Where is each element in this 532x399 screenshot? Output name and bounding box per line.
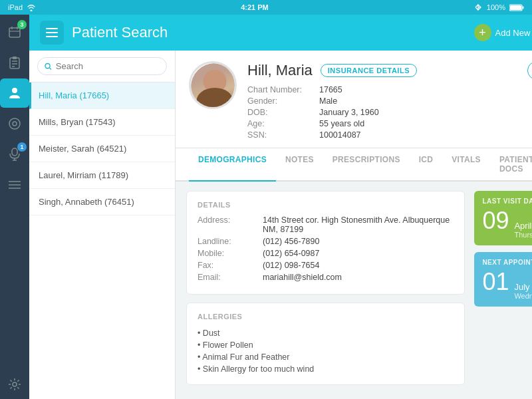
insurance-details-button[interactable]: INSURANCE DETAILS: [321, 64, 417, 77]
avatar-image: [191, 63, 237, 109]
patient-name: Hill, Maria: [247, 62, 313, 79]
next-appointment-card: NEXT APPOINTMENT DATE 01 July 2015 Wedne…: [474, 252, 532, 307]
svg-rect-11: [13, 57, 17, 59]
patient-info-main: Hill, Maria INSURANCE DETAILS ✎ ✕ ≡ Char…: [247, 61, 532, 140]
next-appt-content: 01 July 2015 Wednesday: [482, 270, 532, 300]
last-visit-content: 09 April 2015 Thursday: [482, 209, 532, 239]
tab-patient-docs[interactable]: PATIENT DOCS: [490, 148, 532, 182]
battery-icon: [509, 4, 524, 11]
next-appt-info: July 2015 Wednesday: [514, 282, 532, 300]
add-patient-button[interactable]: + Add New Patient: [467, 20, 532, 45]
tab-icd[interactable]: ICD: [410, 148, 443, 182]
sidebar-icon-list[interactable]: [0, 170, 29, 200]
tabs: DEMOGRAPHICSNOTESPRESCRIPTIONSICDVITALSP…: [176, 148, 532, 182]
svg-line-23: [50, 68, 51, 69]
calendar-badge: 3: [17, 20, 27, 29]
field-label: Gender:: [247, 96, 314, 106]
patient-list-item[interactable]: Hill, Maria (17665): [29, 82, 175, 109]
svg-rect-1: [523, 6, 524, 9]
patient-header: Hill, Maria INSURANCE DETAILS ✎ ✕ ≡ Char…: [176, 51, 532, 148]
patient-list-item[interactable]: Laurel, Mirriam (11789): [29, 162, 175, 189]
status-time: 4:21 PM: [241, 3, 269, 11]
sidebar-icon-clipboard[interactable]: [0, 48, 29, 77]
sidebar-icon-settings[interactable]: [0, 370, 29, 399]
hamburger-line3: [46, 36, 58, 37]
detail-label: Email:: [198, 273, 257, 282]
battery-label: 100%: [487, 3, 505, 11]
search-icon: [45, 63, 52, 70]
patient-list-item[interactable]: Mills, Bryan (17543): [29, 109, 175, 136]
svg-point-13: [9, 118, 20, 129]
avatar: [189, 61, 237, 109]
main-area: Patient Search + Add New Patient i: [29, 15, 532, 399]
allergy-item: Dust: [198, 327, 454, 339]
allergy-item: Animal Fur and Feather: [198, 351, 454, 363]
search-input-wrap: [37, 57, 167, 75]
detail-value: mariahill@shield.com: [263, 273, 454, 282]
content-row: Hill, Maria (17665)Mills, Bryan (17543)M…: [29, 51, 532, 399]
sidebar-icon-mic[interactable]: 1: [0, 140, 29, 169]
field-label: DOB:: [247, 108, 314, 117]
detail-label: Fax:: [198, 261, 257, 270]
allergies-card: ALLERGIES DustFlower PollenAnimal Fur an…: [186, 303, 465, 385]
svg-point-21: [13, 382, 17, 386]
detail-value: (012) 654-0987: [263, 249, 454, 258]
tab-vitals[interactable]: VITALS: [442, 148, 490, 182]
sidebar-icon-activity[interactable]: [0, 109, 29, 138]
tab-content-left: DETAILS Address:14th Street cor. High St…: [186, 191, 465, 390]
wifi-icon: [27, 4, 36, 11]
last-visit-card: LAST VISIT DATE 09 April 2015 Thursday: [474, 191, 532, 245]
patient-header-top: Hill, Maria INSURANCE DETAILS ✎ ✕ ≡ Char…: [189, 61, 532, 148]
field-value: January 3, 1960: [319, 108, 532, 117]
patient-detail: Hill, Maria INSURANCE DETAILS ✎ ✕ ≡ Char…: [176, 51, 532, 399]
field-value: 17665: [319, 85, 532, 94]
patient-list-panel: Hill, Maria (17665)Mills, Bryan (17543)M…: [29, 51, 176, 399]
field-value: Male: [319, 96, 532, 106]
search-box: [29, 51, 175, 82]
allergy-item: Flower Pollen: [198, 339, 454, 351]
patient-list: Hill, Maria (17665)Mills, Bryan (17543)M…: [29, 82, 175, 215]
detail-label: Landline:: [198, 237, 257, 246]
bluetooth-icon: [473, 4, 483, 11]
field-label: Chart Number:: [247, 85, 314, 94]
tab-content: DETAILS Address:14th Street cor. High St…: [176, 182, 532, 399]
detail-row: Email:mariahill@shield.com: [198, 273, 454, 282]
field-value: 55 years old: [319, 119, 532, 128]
action-icons: ✎ ✕ ≡: [527, 61, 532, 80]
last-visit-month: April 2015: [514, 221, 532, 231]
detail-label: Address:: [198, 215, 257, 234]
edit-button[interactable]: ✎: [527, 61, 532, 80]
sidebar-icon-calendar[interactable]: 3: [0, 17, 29, 47]
hamburger-line1: [46, 28, 58, 29]
device-label: iPad: [8, 3, 23, 11]
details-title: DETAILS: [198, 201, 454, 209]
last-visit-day: 09: [482, 209, 509, 233]
field-label: SSN:: [247, 130, 314, 140]
search-input[interactable]: [56, 61, 160, 71]
detail-value: (012) 098-7654: [263, 261, 454, 270]
next-appt-dow: Wednesday: [514, 292, 532, 300]
tab-notes[interactable]: NOTES: [276, 148, 323, 182]
tab-demographics[interactable]: DEMOGRAPHICS: [189, 148, 276, 182]
sidebar-icon-person[interactable]: [0, 78, 29, 108]
sidebar: 3: [0, 15, 29, 399]
detail-label: Mobile:: [198, 249, 257, 258]
tab-content-right: LAST VISIT DATE 09 April 2015 Thursday: [474, 191, 532, 390]
status-right: 100%: [473, 3, 524, 11]
header-title: Patient Search: [72, 24, 460, 41]
detail-value: 14th Street cor. High Stonesmith Ave. Al…: [263, 215, 454, 234]
allergies-title: ALLERGIES: [198, 313, 454, 321]
field-label: Age:: [247, 119, 314, 128]
add-patient-icon: +: [474, 24, 491, 41]
allergies-list: DustFlower PollenAnimal Fur and FeatherS…: [198, 327, 454, 375]
patient-list-item[interactable]: Meister, Sarah (64521): [29, 136, 175, 162]
status-bar: iPad 4:21 PM 100%: [0, 0, 532, 15]
detail-value: (012) 456-7890: [263, 237, 454, 246]
next-appt-label: NEXT APPOINTMENT DATE: [482, 259, 532, 266]
patient-list-item[interactable]: Singh, Annabeth (76451): [29, 189, 175, 215]
svg-point-22: [45, 63, 50, 68]
header: Patient Search + Add New Patient i: [29, 15, 532, 51]
hamburger-button[interactable]: [40, 21, 64, 45]
tab-prescriptions[interactable]: PRESCRIPTIONS: [323, 148, 410, 182]
patient-fields: Chart Number:17665Gender:MaleDOB:January…: [247, 85, 532, 140]
